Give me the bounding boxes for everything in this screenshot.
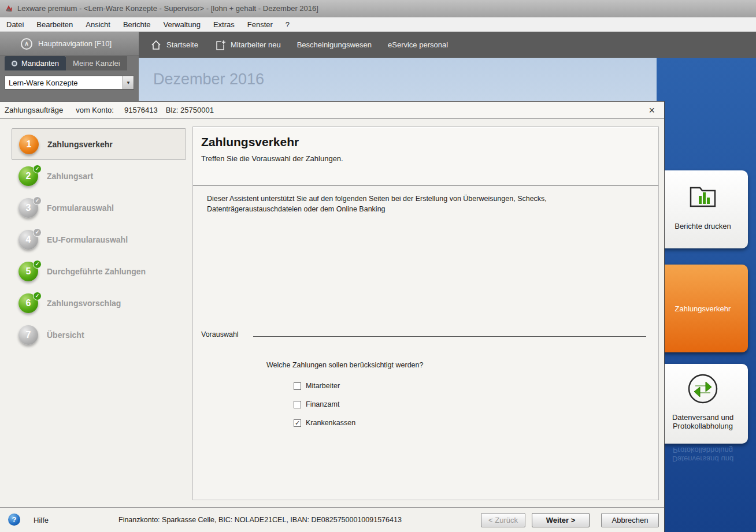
period-title: Dezember 2016	[153, 70, 264, 88]
step-zahlungsvorschlag[interactable]: 6 ✓ Zahlungsvorschlag	[12, 287, 186, 319]
dialog-header: Zahlungsaufträge vom Konto: 91576413 Blz…	[0, 102, 664, 119]
payments-question: Welche Zahlungen sollen berücksichtigt w…	[266, 361, 423, 369]
dialog-footer: ? Hilfe Finanzkonto: Sparkasse Celle, BI…	[0, 507, 664, 532]
print-reports-chart-icon	[661, 178, 744, 216]
mandant-select[interactable]: Lern-Ware Konzepte ▼	[5, 76, 134, 90]
menu-bar: Datei Bearbeiten Ansicht Berichte Verwal…	[0, 17, 756, 32]
dialog-blz: Blz: 25750001	[166, 106, 214, 114]
menu-item-hilfe[interactable]: ?	[279, 18, 296, 31]
mandant-select-value: Lern-Ware Konzepte	[5, 79, 123, 87]
step-eu-formularauswahl[interactable]: 4 ✓ EU-Formularauswahl	[12, 224, 186, 255]
tab-mandanten-label: Mandanten	[21, 59, 59, 68]
finanzamt-checkbox-label: Finanzamt	[306, 400, 339, 408]
application-window: Lexware premium - <Lern-Ware Konzepte - …	[0, 0, 756, 532]
hauptnavigation-label: Hauptnavigation [F10]	[38, 39, 112, 48]
radio-dot-icon	[12, 61, 17, 66]
back-button[interactable]: < Zurück	[481, 513, 525, 527]
section-divider-line	[253, 336, 646, 337]
dialog-account-number: 91576413	[124, 106, 158, 114]
datenversand-button[interactable]: Datenversand und Protokollabholung	[658, 364, 748, 444]
step-done-check-icon: ✓	[33, 260, 42, 269]
content-heading: Zahlungsverkehr	[201, 135, 650, 149]
wizard-steps: 1 Zahlungsverkehr 2 ✓ Zahlungsart 3 ✓ Fo…	[12, 128, 186, 351]
panel-reflection: Datenversand und Protokollabholung	[658, 446, 748, 463]
checkbox-row-mitarbeiter[interactable]: ✓ Mitarbeiter	[294, 382, 340, 390]
step-zahlungsart[interactable]: 2 ✓ Zahlungsart	[12, 160, 186, 192]
finanzamt-checkbox[interactable]: ✓	[294, 401, 301, 408]
berichte-drucken-label: Berichte drucken	[675, 222, 731, 230]
krankenkassen-checkbox[interactable]: ✓	[294, 419, 301, 427]
step-4-circle: 4 ✓	[18, 230, 38, 250]
finanzkonto-info: Finanzkonto: Sparkasse Celle, BIC: NOLAD…	[118, 516, 402, 524]
vorauswahl-label: Vorauswahl	[201, 330, 253, 338]
toolbar-item-startseite[interactable]: Startseite	[150, 39, 198, 51]
krankenkassen-checkbox-label: Krankenkassen	[306, 419, 355, 427]
step-3-circle: 3 ✓	[18, 198, 38, 218]
dialog-title: Zahlungsaufträge	[5, 106, 63, 114]
title-bar: Lexware premium - <Lern-Ware Konzepte - …	[0, 0, 756, 17]
step-5-circle: 5 ✓	[18, 262, 38, 281]
wizard-content: Zahlungsverkehr Treffen Sie die Vorauswa…	[192, 127, 659, 500]
vorauswahl-section: Vorauswahl	[201, 330, 646, 338]
home-icon	[150, 39, 162, 51]
step-1-circle: 1	[19, 135, 39, 154]
tab-meine-kanzlei[interactable]: Meine Kanzlei	[66, 56, 127, 70]
step-formularauswahl[interactable]: 3 ✓ Formularauswahl	[12, 192, 186, 224]
close-icon[interactable]: ×	[648, 105, 655, 116]
menu-item-verwaltung[interactable]: Verwaltung	[157, 18, 207, 31]
help-label[interactable]: Hilfe	[34, 516, 49, 524]
zahlungsverkehr-panel-label: Zahlungsverkehr	[675, 304, 731, 313]
toolbar-item-eservice-personal[interactable]: eService personal	[388, 40, 448, 49]
toolbar-item-startseite-label: Startseite	[166, 40, 198, 49]
zahlungsauftraege-dialog: Zahlungsaufträge vom Konto: 91576413 Blz…	[0, 101, 665, 532]
menu-item-bearbeiten[interactable]: Bearbeiten	[30, 18, 79, 31]
content-header: Zahlungsverkehr Treffen Sie die Vorauswa…	[193, 127, 658, 186]
lexware-logo-icon	[3, 3, 14, 14]
window-title: Lexware premium - <Lern-Ware Konzepte - …	[17, 4, 318, 13]
step-2-circle: 2 ✓	[18, 166, 38, 186]
step-pending-check-icon: ✓	[33, 196, 42, 205]
step-uebersicht[interactable]: 7 Übersicht	[12, 319, 186, 351]
content-subheading: Treffen Sie die Vorauswahl der Zahlungen…	[201, 154, 650, 163]
help-icon[interactable]: ?	[8, 514, 20, 526]
checkbox-row-krankenkassen[interactable]: ✓ Krankenkassen	[294, 419, 355, 427]
toolbar-item-bescheinigungswesen[interactable]: Bescheinigungswesen	[297, 40, 372, 49]
menu-item-berichte[interactable]: Berichte	[117, 18, 157, 31]
toolbar-item-eservice-personal-label: eService personal	[388, 40, 448, 49]
cancel-button[interactable]: Abbrechen	[601, 513, 659, 527]
step-durchgefuehrte-zahlungen[interactable]: 5 ✓ Durchgeführte Zahlungen	[12, 255, 186, 287]
right-action-panel: Berichte drucken Zahlungsverkehr Datenve…	[657, 58, 756, 532]
menu-item-ansicht[interactable]: Ansicht	[79, 18, 117, 31]
chevron-up-circle-icon: ∧	[21, 38, 32, 50]
chevron-down-icon[interactable]: ▼	[123, 76, 134, 89]
menu-item-fenster[interactable]: Fenster	[241, 18, 279, 31]
step-pending-check-icon: ✓	[33, 228, 42, 237]
step-6-circle: 6 ✓	[18, 293, 38, 313]
zahlungsverkehr-button[interactable]: Zahlungsverkehr	[658, 265, 748, 352]
toolbar: Startseite Mitarbeiter neu Bescheinigung…	[139, 32, 756, 58]
toolbar-item-mitarbeiter-neu[interactable]: Mitarbeiter neu	[214, 39, 281, 51]
menu-item-datei[interactable]: Datei	[0, 18, 30, 31]
assistant-description: Dieser Assistent unterstützt Sie auf den…	[193, 186, 575, 214]
new-document-plus-icon	[214, 39, 226, 51]
tab-meine-kanzlei-label: Meine Kanzlei	[73, 59, 120, 68]
sidebar: ∧ Hauptnavigation [F10] Mandanten Meine …	[0, 32, 139, 104]
sidebar-tabs: Mandanten Meine Kanzlei	[0, 56, 139, 70]
berichte-drucken-button[interactable]: Berichte drucken	[658, 170, 748, 248]
toolbar-item-bescheinigungswesen-label: Bescheinigungswesen	[297, 40, 372, 49]
next-button[interactable]: Weiter >	[532, 513, 590, 527]
sync-arrows-icon	[661, 372, 744, 407]
toolbar-item-mitarbeiter-neu-label: Mitarbeiter neu	[231, 40, 281, 49]
mitarbeiter-checkbox[interactable]: ✓	[294, 382, 301, 390]
menu-item-extras[interactable]: Extras	[207, 18, 241, 31]
datenversand-label: Datenversand und Protokollabholung	[672, 413, 733, 430]
step-done-check-icon: ✓	[33, 292, 42, 300]
step-zahlungsverkehr[interactable]: 1 Zahlungsverkehr	[12, 128, 186, 160]
checkbox-row-finanzamt[interactable]: ✓ Finanzamt	[294, 400, 339, 408]
dialog-account-label: vom Konto:	[76, 106, 114, 114]
step-7-circle: 7	[18, 325, 38, 345]
hauptnavigation-button[interactable]: ∧ Hauptnavigation [F10]	[0, 32, 139, 56]
step-done-check-icon: ✓	[33, 165, 42, 173]
mitarbeiter-checkbox-label: Mitarbeiter	[306, 382, 340, 390]
tab-mandanten[interactable]: Mandanten	[5, 56, 66, 70]
